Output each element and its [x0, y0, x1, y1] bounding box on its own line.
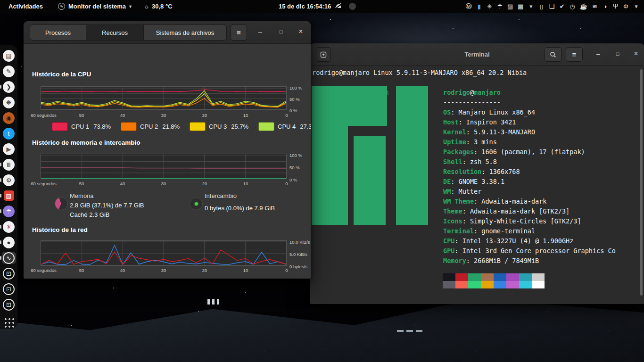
- dock-item-system-monitor[interactable]: ∿: [2, 252, 16, 264]
- neofetch-entry-resolution: Resolution: 644x362: [443, 167, 616, 177]
- equalizer-icon: Ⅲ: [3, 159, 15, 171]
- legend-name: CPU 1: [71, 123, 89, 130]
- terminal-menu-button[interactable]: ≡: [566, 47, 583, 62]
- chevron-down-2-icon[interactable]: ▾: [633, 0, 639, 13]
- clock-button[interactable]: 15 de dic 16:54:16: [279, 3, 356, 10]
- weather-indicator[interactable]: ☼ 30,8 °C: [144, 3, 172, 10]
- tab-procesos[interactable]: Procesos: [30, 25, 86, 41]
- dock-item-equalizer[interactable]: Ⅲ: [2, 158, 16, 171]
- dock-item-boxed-app-1[interactable]: ⊡: [2, 267, 16, 280]
- terminal-close-button[interactable]: ×: [630, 43, 642, 65]
- umbrella-icon[interactable]: ☂: [497, 0, 503, 13]
- windows-icon[interactable]: ❏: [549, 0, 555, 13]
- wallpaper-ship-lights-2: [397, 330, 422, 332]
- neofetch-entry-uptime: Uptime: 3 mins: [443, 137, 616, 147]
- search-button[interactable]: [545, 47, 561, 62]
- dock-item-gimp[interactable]: ◉: [2, 112, 16, 124]
- half-circle-icon[interactable]: ◑: [602, 0, 608, 13]
- dock-item-boxed-app-3[interactable]: ⊡: [2, 298, 16, 311]
- neofetch-entry-cpu: CPU: Intel i3-3227U (4) @ 1.900GHz: [443, 236, 616, 246]
- y-tick: 100 %: [289, 85, 302, 90]
- legend-value: 21.8%: [162, 123, 180, 130]
- wifi-bars-icon[interactable]: ≋: [592, 0, 598, 13]
- x-tick: 40: [120, 113, 125, 118]
- new-tab-button[interactable]: [316, 47, 331, 62]
- palette-swatch: [481, 273, 494, 281]
- terminal-scrollbar[interactable]: [640, 69, 643, 296]
- dock-item-slack[interactable]: ✳: [2, 221, 16, 233]
- neofetch-entry-kernel: Kernel: 5.9.11-3-MANJARO: [443, 127, 616, 137]
- phone-icon[interactable]: ▯: [538, 0, 545, 13]
- palette-swatch: [494, 273, 506, 281]
- mic-stand-icon[interactable]: Ψ: [612, 0, 619, 13]
- legend-swatch: [190, 122, 206, 131]
- system-monitor-headerbar[interactable]: ProcesosRecursosSistemas de archivos ≡ –…: [24, 21, 311, 44]
- legend-value: 73.8%: [93, 123, 111, 130]
- sysmon-maximize-button[interactable]: □: [275, 21, 287, 43]
- x-tick: 30: [161, 268, 166, 273]
- dock-item-dark-sphere[interactable]: ●: [2, 236, 16, 248]
- palette-swatch: [494, 281, 506, 288]
- terminal-window: Terminal ≡ – □ × rodrigo@manjaro Linux 5…: [310, 43, 644, 304]
- circle-m-icon[interactable]: Ⓜ: [466, 0, 472, 13]
- palette-swatch: [455, 281, 468, 288]
- tab-sistemas-de-archivos[interactable]: Sistemas de archivos: [144, 25, 227, 41]
- dock-item-camera-shutter[interactable]: ❋: [2, 96, 16, 108]
- dock-item-settings-gear[interactable]: ⚙: [2, 174, 16, 186]
- clock-circle-icon[interactable]: ◷: [570, 0, 576, 13]
- system-monitor-menu-button[interactable]: ≡: [231, 25, 247, 41]
- gimp-icon: ◉: [3, 112, 15, 124]
- x-tick: 0: [285, 181, 288, 186]
- dock-item-twitter-bird[interactable]: t: [2, 127, 16, 140]
- power-icon[interactable]: Φ: [623, 0, 629, 13]
- palette-swatch: [532, 281, 545, 288]
- y-tick: 0 %: [289, 108, 297, 113]
- system-tray: Ⓜ▮✳☂▨▩▾▯❏✔◷☕≋◑ΨΦ▾: [466, 0, 644, 13]
- legend-value: 25.7%: [231, 123, 248, 130]
- chevron-down-icon[interactable]: ▾: [528, 0, 534, 13]
- legend-swatch: [258, 122, 274, 131]
- cpu-chip-icon[interactable]: ▩: [518, 0, 524, 13]
- network-section-title: Histórico de la red: [32, 226, 88, 233]
- network-x-axis: 60 segundos50403020100: [41, 268, 287, 273]
- terminal-content[interactable]: rodrigo@manjaro Linux 5.9.11-3-MANJARO x…: [310, 66, 644, 304]
- terminal-maximize-button[interactable]: □: [611, 43, 624, 65]
- swap-dot-icon: [190, 197, 203, 210]
- dock-item-umbrella-app[interactable]: ☂: [2, 205, 16, 217]
- dock-item-sticky-notes[interactable]: ▨: [2, 189, 16, 202]
- new-tab-icon: [320, 51, 327, 58]
- search-icon: [550, 51, 556, 58]
- coffee-cup-icon[interactable]: ☕: [580, 0, 587, 13]
- x-tick: 60 segundos: [31, 268, 56, 273]
- x-tick: 0: [285, 268, 288, 273]
- files-icon: ▤: [3, 50, 15, 62]
- palette-row-1: [443, 273, 545, 281]
- check-circle-icon[interactable]: ✔: [559, 0, 565, 13]
- dock-item-terminal-app[interactable]: ❯: [2, 81, 16, 93]
- tab-recursos[interactable]: Recursos: [86, 25, 144, 41]
- legend-swatch: [52, 122, 68, 131]
- knot-icon[interactable]: ✳: [487, 0, 493, 13]
- terminal-minimize-button[interactable]: –: [592, 43, 604, 65]
- y-tick: 0 bytes/s: [289, 264, 307, 269]
- dock-item-media-player[interactable]: ▶: [2, 143, 16, 155]
- neofetch-entry-wm: WM: Mutter: [443, 187, 616, 197]
- palette-swatch: [532, 273, 545, 281]
- dock-item-files[interactable]: ▤: [2, 49, 16, 62]
- cpu-history-chart: [41, 86, 287, 110]
- legend-cpu-2: CPU 221.8%: [121, 122, 190, 131]
- terminal-headerbar[interactable]: Terminal ≡ – □ ×: [310, 43, 644, 66]
- terminal-app-icon: ❯: [3, 81, 15, 93]
- y-tick: 0 %: [289, 177, 297, 182]
- dock-item-boxed-app-2[interactable]: ⊡: [2, 283, 16, 295]
- show-applications-button[interactable]: [3, 317, 15, 328]
- palette-row-2: [443, 281, 545, 288]
- microphone-icon[interactable]: ▮: [476, 0, 482, 13]
- activities-button[interactable]: Actividades: [6, 3, 46, 10]
- sysmon-minimize-button[interactable]: –: [254, 21, 266, 43]
- sysmon-close-button[interactable]: ×: [295, 21, 307, 43]
- notes-icon[interactable]: ▨: [507, 0, 513, 13]
- dock-item-editor-pen[interactable]: ✎: [2, 65, 16, 77]
- app-menu-button[interactable]: ∿ Monitor del sistema ▾: [58, 3, 132, 10]
- media-player-icon: ▶: [3, 143, 15, 155]
